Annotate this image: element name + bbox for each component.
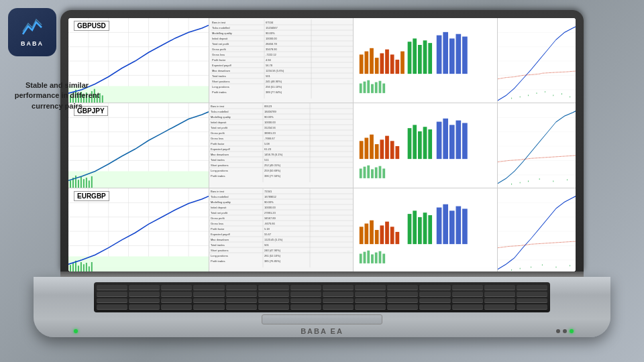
laptop-bottom: BABA EA	[34, 277, 610, 337]
svg-text:Expected payoff: Expected payoff	[211, 147, 231, 151]
key	[97, 292, 127, 297]
key	[387, 304, 418, 310]
svg-text:Modelling quality: Modelling quality	[211, 200, 231, 204]
svg-rect-79	[413, 38, 417, 74]
svg-text:389 (77.64%): 389 (77.64%)	[266, 90, 282, 94]
svg-text:Profit trades: Profit trades	[211, 259, 225, 263]
key	[193, 285, 224, 290]
svg-rect-124	[78, 180, 79, 188]
svg-rect-80	[418, 45, 422, 74]
svg-rect-179	[385, 136, 389, 159]
svg-rect-176	[370, 135, 374, 159]
key	[226, 298, 257, 304]
svg-rect-175	[364, 138, 368, 160]
left-led	[74, 329, 78, 333]
key	[323, 304, 354, 310]
svg-rect-289	[437, 208, 442, 245]
svg-rect-292	[456, 206, 462, 245]
key	[387, 285, 418, 290]
stats-gbpusd: Bars in test 67534 Ticks modelled 152345…	[209, 18, 354, 103]
svg-text:Gross profit: Gross profit	[211, 217, 225, 220]
svg-text:-7666.67: -7666.67	[264, 137, 276, 140]
key	[97, 298, 127, 304]
svg-rect-77	[400, 52, 405, 74]
led-green-right	[570, 329, 574, 333]
svg-rect-196	[375, 168, 378, 178]
svg-rect-69	[360, 54, 364, 74]
row-gbpjpy: GBPJPY	[68, 103, 576, 188]
svg-text:Gross loss: Gross loss	[211, 137, 223, 140]
key	[355, 298, 386, 304]
key	[129, 304, 160, 310]
svg-rect-25	[211, 19, 354, 99]
svg-rect-123	[75, 176, 76, 188]
svg-text:89123: 89123	[264, 105, 272, 108]
row-gbpusd: GBPUSD	[68, 18, 576, 103]
key	[484, 292, 515, 297]
svg-text:38901.23: 38901.23	[264, 131, 276, 135]
svg-text:Profit trades: Profit trades	[211, 174, 225, 178]
key	[290, 298, 321, 304]
svg-rect-184	[418, 131, 422, 159]
svg-rect-191	[462, 123, 468, 159]
led-dark-2	[563, 329, 567, 333]
svg-point-106	[553, 95, 553, 96]
svg-text:55.67: 55.67	[264, 233, 272, 236]
svg-text:Initial deposit: Initial deposit	[211, 121, 227, 124]
svg-rect-72	[375, 58, 379, 74]
key	[226, 304, 257, 310]
svg-rect-197	[379, 166, 382, 178]
svg-text:Modelling quality: Modelling quality	[212, 32, 232, 35]
key	[290, 292, 321, 297]
svg-text:1123.45 (5.1%): 1123.45 (5.1%)	[264, 238, 283, 241]
svg-text:Initial deposit: Initial deposit	[211, 206, 227, 209]
svg-text:10000.00: 10000.00	[266, 37, 277, 40]
svg-text:511: 511	[264, 158, 269, 162]
svg-text:10000.00: 10000.00	[264, 206, 276, 209]
label-gbpusd: GBPUSD	[74, 21, 109, 31]
svg-text:Ticks modelled: Ticks modelled	[211, 110, 229, 113]
svg-rect-174	[360, 141, 364, 159]
svg-text:67534: 67534	[266, 21, 274, 24]
svg-text:252 (49.31%): 252 (49.31%)	[264, 164, 281, 167]
svg-rect-230	[89, 266, 90, 272]
svg-text:245 (48.90%): 245 (48.90%)	[266, 80, 282, 83]
svg-rect-283	[395, 232, 399, 244]
svg-text:256 (51.10%): 256 (51.10%)	[266, 85, 282, 88]
key	[387, 292, 418, 297]
svg-text:Max drawdown: Max drawdown	[211, 153, 229, 156]
svg-rect-228	[83, 264, 85, 272]
svg-rect-293	[462, 208, 468, 244]
svg-text:Long positions: Long positions	[211, 254, 228, 257]
svg-rect-93	[379, 81, 382, 93]
perf-gbpusd	[498, 18, 576, 103]
stats-eurgbp: Bars in test 72341 Ticks modelled 167890…	[209, 188, 354, 272]
svg-text:Bars in test: Bars in test	[212, 21, 226, 24]
svg-rect-180	[390, 141, 394, 159]
svg-text:Initial deposit: Initial deposit	[212, 37, 228, 40]
svg-text:Modelling quality: Modelling quality	[211, 115, 231, 119]
svg-rect-95	[498, 18, 576, 103]
svg-rect-278	[370, 221, 374, 244]
key	[129, 285, 160, 290]
svg-rect-73	[380, 53, 384, 74]
svg-rect-190	[456, 121, 462, 159]
key	[97, 285, 127, 290]
svg-point-108	[570, 96, 570, 97]
svg-rect-229	[86, 263, 87, 272]
key	[193, 304, 224, 310]
svg-rect-90	[367, 80, 370, 93]
svg-point-107	[561, 93, 562, 95]
key	[290, 304, 321, 310]
svg-rect-178	[380, 139, 384, 159]
svg-rect-187	[437, 122, 442, 160]
key	[161, 298, 192, 304]
svg-rect-189	[449, 125, 455, 159]
svg-rect-198	[382, 168, 385, 178]
svg-rect-301	[498, 188, 576, 272]
key	[226, 292, 257, 297]
svg-text:Total trades: Total trades	[212, 74, 226, 78]
svg-rect-287	[423, 213, 427, 244]
svg-text:Max drawdown: Max drawdown	[212, 69, 230, 72]
led-dark-1	[556, 329, 560, 333]
